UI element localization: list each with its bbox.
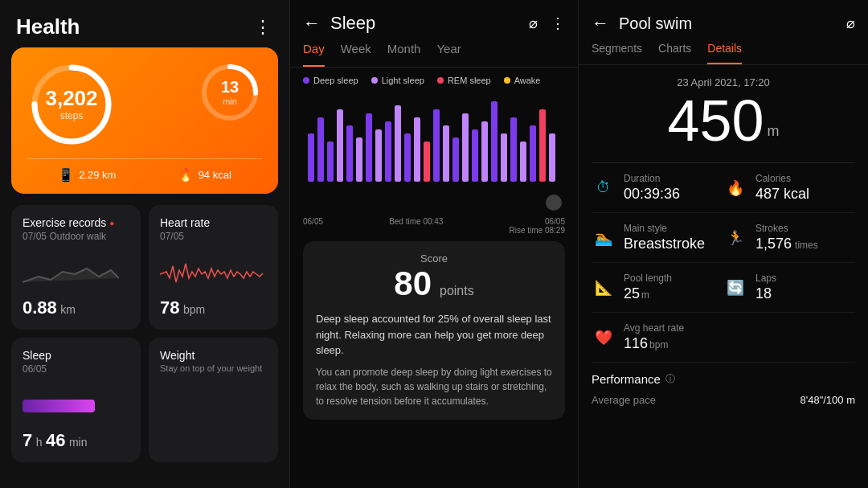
orange-card[interactable]: 3,202 steps 13 min [11,47,278,194]
svg-rect-9 [356,137,362,182]
health-title: Health [16,14,80,39]
weight-card[interactable]: Weight Stay on top of your weight [149,338,278,462]
bed-time-label: Bed time 00:43 [389,217,443,235]
pool-icon: 📐 [592,276,616,300]
sleep-bar [23,400,95,412]
steps-ring: 3,202 steps [27,60,116,149]
rise-time-label: Rise time 08:29 [510,226,565,235]
exercise-dot: ● [109,219,114,228]
sleep-value2: 46 [46,430,65,450]
tab-day[interactable]: Day [303,42,325,60]
performance-title: Performance ⓘ [592,372,855,386]
strokes-label: Strokes [755,223,818,234]
swim-back-icon[interactable]: ← [592,13,609,34]
swim-dist-unit: m [768,123,780,139]
svg-rect-4 [308,133,314,182]
pool-unit: m [641,289,649,301]
duration-stat: ⏱ Duration 00:39:36 [592,173,723,203]
chart-label-right: 06/05 [545,217,565,226]
steps-number: 3,202 [45,88,97,109]
walk-chart [23,254,129,286]
style-value: Breaststroke [624,236,705,252]
svg-rect-22 [481,121,488,182]
avg-pace-value: 8'48"/100 m [800,394,855,406]
svg-rect-17 [433,109,440,182]
calories-value: 487 kcal [755,186,809,203]
tab-week[interactable]: Week [341,42,371,60]
sleep-menu-icon[interactable]: ⋮ [551,14,565,32]
health-header: Health ⋮ [0,0,289,47]
score-description: Deep sleep accounted for 25% of overall … [316,311,552,359]
sleep-panel: ← Sleep ⌀ ⋮ Day Week Month Year Deep sle… [289,0,579,488]
min-label: min [221,96,239,106]
legend-light: Light sleep [371,76,424,85]
score-unit: points [440,284,474,298]
swim-tabs: Segments Charts Details [579,42,868,65]
swim-dist-number: 450 [667,88,764,153]
performance-section: Performance ⓘ Average pace 8'48"/100 m [579,363,868,414]
sleep-route-icon[interactable]: ⌀ [529,14,538,32]
exercise-value: 0.88 [23,297,57,318]
distance-icon: 📱 [58,167,74,182]
score-label: Score [316,252,552,265]
sleep-panel-title: Sleep [330,13,519,34]
score-tip: You can promote deep sleep by doing ligh… [316,365,552,408]
rem-sleep-dot [437,77,444,84]
min-section: 13 min [198,60,262,125]
heart-title: Heart rate [160,216,267,229]
avg-hr-value: 116 [624,335,648,352]
legend-rem: REM sleep [437,76,491,85]
duration-icon: ⏱ [592,176,616,200]
awake-label: Awake [514,76,541,85]
svg-rect-23 [491,101,497,182]
svg-rect-20 [462,113,469,182]
health-menu-icon[interactable]: ⋮ [254,17,273,38]
svg-rect-12 [385,121,391,182]
tab-details[interactable]: Details [707,42,742,58]
avg-hr-unit: bpm [649,339,668,351]
swim-header: ← Pool swim ⌀ [579,0,868,42]
svg-rect-8 [346,125,353,182]
style-label: Main style [624,223,705,234]
strokes-icon: 🏃 [723,226,747,250]
sleep-value: 7 [23,430,32,450]
style-stat: 🏊 Main style Breaststroke [592,223,723,252]
pool-label: Pool length [624,273,672,284]
sleep-chart-svg [300,93,565,210]
swim-panel-title: Pool swim [619,14,837,33]
sleep-card[interactable]: Sleep 06/05 7 h 46 min [11,338,141,462]
sleep-unit2: min [69,436,88,449]
sleep-tabs: Day Week Month Year [290,42,578,68]
heart-card[interactable]: Heart rate 07/05 78 bpm [149,205,278,330]
tab-year[interactable]: Year [436,42,461,60]
stat-row-2: 🏊 Main style Breaststroke 🏃 Strokes 1,57… [592,213,855,263]
sleep-legend: Deep sleep Light sleep REM sleep Awake [290,68,578,93]
tab-charts[interactable]: Charts [658,42,691,58]
tab-month[interactable]: Month [387,42,421,60]
awake-dot [504,77,510,84]
svg-rect-27 [530,125,536,182]
swim-route-icon[interactable]: ⌀ [846,14,855,32]
legend-awake: Awake [504,76,541,85]
sleep-back-icon[interactable]: ← [303,13,321,34]
svg-rect-29 [549,133,555,182]
svg-rect-11 [375,129,382,182]
scroll-thumb[interactable] [546,195,562,211]
pool-stat: 📐 Pool length 25 m [592,273,723,302]
sleep-unit: h [36,436,43,449]
heart-value: 78 [160,297,179,318]
laps-icon: 🔄 [723,276,747,300]
heart-date: 07/05 [160,231,267,242]
cards-grid: Exercise records ● 07/05 Outdoor walk 0.… [0,205,289,462]
swim-date: 23 April 2021, 17:20 [579,76,868,88]
style-icon: 🏊 [592,226,616,250]
pool-value: 25 [624,285,640,302]
exercise-card[interactable]: Exercise records ● 07/05 Outdoor walk 0.… [11,205,141,330]
rem-sleep-label: REM sleep [448,76,491,85]
tab-segments[interactable]: Segments [592,42,642,58]
svg-rect-18 [443,125,449,182]
score-card: Score 80 points Deep sleep accounted for… [303,241,565,420]
calories-stat: 🔥 Calories 487 kcal [723,173,855,203]
legend-deep: Deep sleep [303,76,358,85]
svg-rect-7 [337,109,343,182]
